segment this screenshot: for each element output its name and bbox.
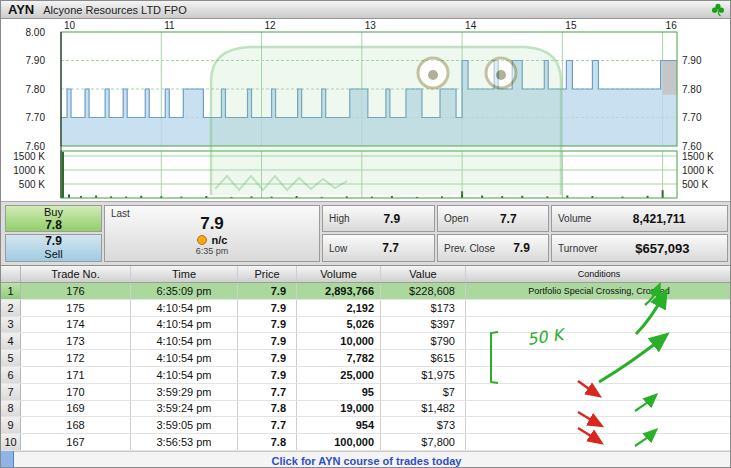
after-market-band bbox=[663, 61, 677, 95]
trade-cell-price: 7.9 bbox=[238, 283, 297, 299]
sell-label: Sell bbox=[6, 248, 101, 261]
open-cell: Open 7.7 bbox=[437, 205, 549, 232]
trade-cell-vol: 100,000 bbox=[297, 434, 381, 450]
trade-row[interactable]: 71703:59:29 pm7.795$7 bbox=[1, 384, 731, 401]
trade-cell-val: $228,608 bbox=[381, 283, 466, 299]
trade-cell-time: 4:10:54 pm bbox=[131, 300, 238, 316]
shamrock-icon bbox=[711, 3, 725, 17]
trade-cell-cond bbox=[466, 367, 731, 383]
x-axis-label: 12 bbox=[265, 20, 277, 31]
trade-cell-vol: 10,000 bbox=[297, 333, 381, 349]
prev-close-cell: Prev. Close 7.9 bbox=[437, 234, 549, 262]
trade-row[interactable]: 31744:10:54 pm7.95,026$397 bbox=[1, 317, 731, 334]
trade-cell-tno: 172 bbox=[21, 350, 131, 366]
trade-cell-cond bbox=[466, 417, 731, 433]
trade-cell-time: 3:59:29 pm bbox=[131, 384, 238, 400]
trading-app-window: AYN Alcyone Resources LTD FPO 1011121314… bbox=[0, 0, 731, 468]
trade-cell-num: 4 bbox=[1, 333, 21, 349]
trade-row[interactable]: 81693:59:24 pm7.819,000$1,482 bbox=[1, 401, 731, 418]
trade-cell-tno: 175 bbox=[21, 300, 131, 316]
chart-canvas: 101112131415168.007.907.807.707.607.907.… bbox=[1, 19, 731, 201]
trade-cell-num: 1 bbox=[1, 283, 21, 299]
trades-header-row: Trade No. Time Price Volume Value Condit… bbox=[1, 266, 731, 283]
trade-cell-cond: Portfolio Special Crossing, Crossed bbox=[466, 283, 731, 299]
x-axis-label: 10 bbox=[64, 20, 76, 31]
trade-cell-tno: 168 bbox=[21, 417, 131, 433]
col-conditions[interactable]: Conditions bbox=[466, 266, 731, 282]
trade-cell-tno: 176 bbox=[21, 283, 131, 299]
x-axis-label: 14 bbox=[465, 20, 477, 31]
trade-row[interactable]: 101673:56:53 pm7.8100,000$7,800 bbox=[1, 434, 731, 451]
trade-cell-vol: 2,192 bbox=[297, 300, 381, 316]
trade-cell-price: 7.9 bbox=[238, 350, 297, 366]
quote-time: 6:35 pm bbox=[105, 246, 319, 256]
trade-row[interactable]: 91683:59:05 pm7.7954$73 bbox=[1, 417, 731, 434]
turnover-value: $657,093 bbox=[598, 241, 727, 256]
low-label: Low bbox=[323, 243, 347, 254]
course-of-trades-link[interactable]: Click for AYN course of trades today bbox=[272, 455, 462, 467]
low-value: 7.7 bbox=[347, 241, 434, 255]
trade-cell-tno: 169 bbox=[21, 401, 131, 417]
trade-cell-price: 7.9 bbox=[238, 317, 297, 333]
trade-cell-val: $73 bbox=[381, 417, 466, 433]
trade-row[interactable]: 11766:35:09 pm7.92,893,766$228,608Portfo… bbox=[1, 283, 731, 300]
trade-cell-num: 10 bbox=[1, 434, 21, 450]
trade-cell-val: $1,482 bbox=[381, 401, 466, 417]
last-price-cell: Last 7.9 n/c 6:35 pm bbox=[104, 205, 320, 262]
high-value: 7.9 bbox=[350, 212, 434, 226]
trade-cell-price: 7.8 bbox=[238, 401, 297, 417]
col-price[interactable]: Price bbox=[238, 266, 297, 282]
high-cell: High 7.9 bbox=[322, 205, 435, 232]
col-value[interactable]: Value bbox=[381, 266, 466, 282]
trade-cell-cond bbox=[466, 317, 731, 333]
trade-cell-cond bbox=[466, 384, 731, 400]
mascot-watermark bbox=[211, 47, 561, 195]
prev-close-label: Prev. Close bbox=[438, 243, 495, 254]
quote-panel: Buy 7.8 7.9 Sell Last 7.9 n/c 6:35 pm Hi… bbox=[1, 201, 731, 266]
price-axis-label-left: 8.00 bbox=[26, 27, 46, 38]
trade-row[interactable]: 21754:10:54 pm7.92,192$173 bbox=[1, 300, 731, 317]
trade-cell-cond bbox=[466, 401, 731, 417]
trade-cell-time: 4:10:54 pm bbox=[131, 317, 238, 333]
trade-row[interactable]: 51724:10:54 pm7.97,782$615 bbox=[1, 350, 731, 367]
footer-corner-box bbox=[1, 451, 14, 468]
trade-row[interactable]: 41734:10:54 pm7.910,000$790 bbox=[1, 333, 731, 350]
trade-cell-time: 3:56:53 pm bbox=[131, 434, 238, 450]
trade-cell-price: 7.9 bbox=[238, 333, 297, 349]
trade-cell-cond bbox=[466, 434, 731, 450]
x-axis-label: 13 bbox=[365, 20, 377, 31]
trade-cell-val: $7,800 bbox=[381, 434, 466, 450]
buy-quote[interactable]: Buy 7.8 bbox=[5, 205, 102, 232]
volume-axis-label-right: 1500 K bbox=[682, 151, 714, 162]
trade-cell-cond bbox=[466, 300, 731, 316]
col-volume[interactable]: Volume bbox=[297, 266, 381, 282]
intraday-chart: 101112131415168.007.907.807.707.607.907.… bbox=[1, 19, 731, 201]
trade-cell-vol: 95 bbox=[297, 384, 381, 400]
col-trade-no[interactable]: Trade No. bbox=[21, 266, 131, 282]
trade-cell-val: $173 bbox=[381, 300, 466, 316]
trade-cell-tno: 171 bbox=[21, 367, 131, 383]
turnover-cell: Turnover $657,093 bbox=[551, 234, 728, 262]
volume-cell: Volume 8,421,711 bbox=[551, 205, 728, 232]
trade-cell-tno: 167 bbox=[21, 434, 131, 450]
sell-quote[interactable]: 7.9 Sell bbox=[5, 234, 102, 262]
trade-cell-vol: 5,026 bbox=[297, 317, 381, 333]
x-axis-label: 15 bbox=[565, 20, 577, 31]
col-time[interactable]: Time bbox=[131, 266, 238, 282]
price-axis-label-right: 7.70 bbox=[682, 112, 702, 123]
trade-cell-num: 6 bbox=[1, 367, 21, 383]
trade-cell-val: $790 bbox=[381, 333, 466, 349]
trade-cell-time: 4:10:54 pm bbox=[131, 350, 238, 366]
trade-cell-val: $7 bbox=[381, 384, 466, 400]
trade-cell-time: 3:59:05 pm bbox=[131, 417, 238, 433]
trade-cell-num: 3 bbox=[1, 317, 21, 333]
price-axis-label-left: 7.70 bbox=[26, 112, 46, 123]
low-cell: Low 7.7 bbox=[322, 234, 435, 262]
trade-row[interactable]: 61714:10:54 pm7.925,000$1,975 bbox=[1, 367, 731, 384]
price-axis-label-right: 7.80 bbox=[682, 84, 702, 95]
ticker-code: AYN bbox=[8, 2, 34, 17]
trade-cell-vol: 25,000 bbox=[297, 367, 381, 383]
volume-axis-label-left: 1500 K bbox=[13, 151, 45, 162]
price-axis-label-right: 7.90 bbox=[682, 55, 702, 66]
volume-axis-label-left: 500 K bbox=[19, 179, 45, 190]
